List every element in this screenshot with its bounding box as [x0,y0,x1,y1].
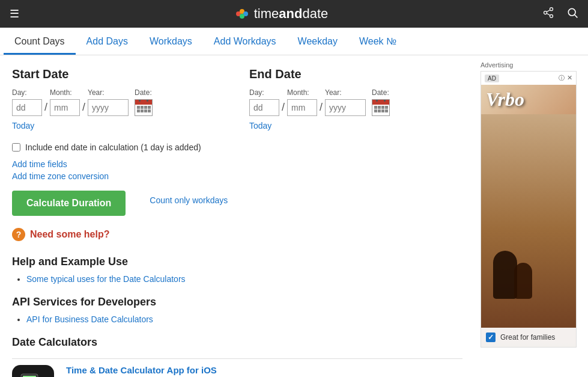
end-cal-red-bar [372,100,389,105]
logo: timeanddate [234,6,329,22]
svg-line-7 [547,13,550,15]
ad-inner: AD ⓘ ✕ Vrbo ✓ [481,72,576,347]
end-month-label: Month: [287,88,317,97]
end-date-title: End Date [249,67,462,81]
start-day-group: Day: [12,88,42,116]
search-button[interactable] [566,7,578,22]
tab-weekday[interactable]: Weekday [287,28,348,55]
api-link[interactable]: API for Business Date Calculators [26,314,153,324]
start-day-input[interactable] [12,99,42,116]
end-month-input[interactable] [287,99,317,116]
end-calendar-button[interactable] [372,99,390,116]
start-year-input[interactable] [88,99,129,116]
end-day-group: Day: [249,88,279,116]
logo-bird-icon [234,7,250,20]
app-promo-title[interactable]: Time & Date Calculator App for iOS [66,365,339,375]
ad-checkbox-area: ✓ Great for families [481,328,576,347]
help-links-list: Some typical uses for the Date Calculato… [12,274,462,284]
logo-text: timeanddate [254,6,329,22]
tab-week-no[interactable]: Week № [348,28,407,55]
ad-checkbox: ✓ [486,333,496,342]
svg-point-4 [550,7,553,10]
tab-count-days[interactable]: Count Days [4,28,76,55]
end-date-fields: Day: / Month: / Year: Date: [249,88,462,116]
include-end-date-checkbox[interactable] [12,143,20,152]
svg-point-9 [568,8,575,16]
api-title: API Services for Developers [12,296,462,308]
end-year-label: Year: [325,88,366,97]
calculate-button[interactable]: Calculate Duration [12,191,126,216]
end-year-input[interactable] [325,99,366,116]
person-silhouette-2 [514,263,532,299]
start-calendar-button[interactable] [135,99,153,116]
add-time-fields-link[interactable]: Add time fields [12,159,126,169]
help-examples-title: Help and Example Use [12,256,462,268]
end-day-input[interactable] [249,99,279,116]
ad-close[interactable]: ✕ [567,74,572,82]
end-year-group: Year: [325,88,366,116]
options-row: Add time fields Add time zone conversion… [12,159,462,228]
ad-header: AD ⓘ ✕ [481,72,576,85]
count-workdays-link[interactable]: Count only workdays [150,195,228,205]
ad-box: AD ⓘ ✕ Vrbo ✓ [480,71,577,348]
list-item: API for Business Date Calculators [26,314,462,324]
start-year-group: Year: [88,88,129,116]
main-layout: Start Date Day: / Month: / Year: [0,55,588,377]
ad-badge: AD [485,75,499,82]
svg-point-5 [544,11,547,14]
left-options: Add time fields Add time zone conversion… [12,159,126,228]
include-end-date-label[interactable]: Include end date in calculation (1 day i… [25,143,201,152]
help-icon: ? [12,228,25,241]
start-day-label: Day: [12,88,42,97]
ad-checkbox-label: Great for families [500,333,555,342]
start-sep-2: / [82,101,85,114]
content-area: Start Date Day: / Month: / Year: [0,55,474,377]
ad-controls: ⓘ ✕ [559,74,572,82]
start-sep-1: / [44,101,47,114]
start-date-section: Start Date Day: / Month: / Year: [12,67,225,130]
end-day-label: Day: [249,88,279,97]
end-month-group: Month: [287,88,317,116]
right-options: Count only workdays [150,159,228,228]
ad-brand-text: Vrbo [481,85,576,114]
date-form-row: Start Date Day: / Month: / Year: [12,67,462,130]
app-icon-image: ⏱ [18,371,48,377]
date-calc-title: Date Calculators [12,336,462,349]
share-button[interactable] [542,7,554,22]
help-section: ? Need some help? [12,228,462,241]
start-month-group: Month: [50,88,80,116]
ad-adchoice: ⓘ [559,74,565,82]
end-sep-2: / [320,101,323,114]
tab-add-days[interactable]: Add Days [76,28,139,55]
nav-tabs: Count Days Add Days Workdays Add Workday… [0,28,588,55]
end-calendar-picker: Date: [372,88,390,116]
ad-image-area: ✓ Great for families [481,114,576,347]
add-timezone-link[interactable]: Add time zone conversion [12,171,126,181]
start-date-label: Date: [135,88,152,97]
cal-grid [136,105,152,114]
start-calendar-picker: Date: [135,88,153,116]
start-date-fields: Day: / Month: / Year: Date: [12,88,225,116]
tab-add-workdays[interactable]: Add Workdays [203,28,287,55]
app-promo-content: Time & Date Calculator App for iOS See h… [66,365,339,377]
ad-label: Advertising [480,61,571,69]
svg-point-3 [240,14,244,19]
start-month-input[interactable] [50,99,80,116]
person-silhouette-1 [493,251,517,299]
start-today-link[interactable]: Today [12,121,34,130]
list-item: Some typical uses for the Date Calculato… [26,274,462,284]
svg-point-6 [550,14,553,17]
app-icon: ⏱ [12,365,54,377]
end-cal-grid [373,105,389,114]
header-icons [542,7,578,22]
end-today-link[interactable]: Today [249,121,271,130]
menu-icon[interactable]: ☰ [10,7,19,20]
tab-workdays[interactable]: Workdays [139,28,203,55]
help-text[interactable]: Need some help? [30,229,109,240]
end-date-label: Date: [372,88,389,97]
typical-uses-link[interactable]: Some typical uses for the Date Calculato… [26,274,186,284]
sidebar: Advertising AD ⓘ ✕ Vrbo [474,55,577,377]
search-icon [566,7,578,19]
action-links: Add time fields Add time zone conversion [12,159,126,181]
app-promo-section: ⏱ Time & Date Calculator App for iOS See… [12,358,462,377]
